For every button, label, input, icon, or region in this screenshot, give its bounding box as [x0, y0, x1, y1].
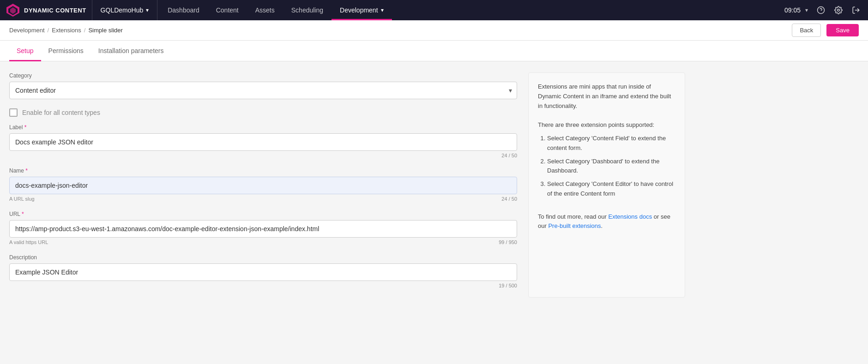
extensions-docs-link[interactable]: Extensions docs: [608, 213, 652, 220]
name-input[interactable]: [9, 177, 517, 194]
development-chevron-icon: ▾: [381, 7, 384, 13]
description-hint: 19 / 500: [9, 283, 517, 288]
nav-item-dashboard[interactable]: Dashboard: [159, 0, 208, 20]
help-point-3: Select Category 'Content Editor' to have…: [547, 179, 675, 199]
url-char-count: 99 / 950: [499, 239, 517, 245]
label-field-group: Label * 24 / 50: [9, 124, 517, 158]
back-button[interactable]: Back: [792, 24, 821, 37]
nav-right: 09:05 ▾: [784, 2, 868, 18]
help-point-1: Select Category 'Content Field' to exten…: [547, 134, 675, 153]
logout-button[interactable]: [848, 2, 864, 18]
help-sidebar: Extensions are mini apps that run inside…: [528, 72, 685, 298]
settings-button[interactable]: [830, 2, 847, 18]
nav-item-development[interactable]: Development ▾: [332, 0, 392, 20]
name-field-group: Name * A URL slug 24 / 50: [9, 167, 517, 202]
nav-item-assets[interactable]: Assets: [247, 0, 283, 20]
nav-item-content[interactable]: Content: [208, 0, 247, 20]
logout-icon: [852, 6, 860, 14]
hub-selector[interactable]: GQLDemoHub ▾: [94, 0, 156, 20]
description-field-group: Description 19 / 500: [9, 254, 517, 288]
url-input[interactable]: [9, 220, 517, 238]
time-chevron-icon: ▾: [805, 7, 808, 13]
tabs-bar: Setup Permissions Installation parameter…: [0, 41, 868, 61]
description-char-count: 19 / 500: [499, 283, 517, 288]
label-input[interactable]: [9, 133, 517, 151]
url-field-label: URL *: [9, 211, 517, 217]
help-intro: Extensions are mini apps that run inside…: [538, 82, 675, 111]
breadcrumb-current: Simple slider: [88, 27, 122, 34]
label-char-count: 24 / 50: [501, 153, 517, 158]
label-field-label: Label *: [9, 124, 517, 131]
name-hint: A URL slug 24 / 50: [9, 196, 517, 202]
nav-item-scheduling[interactable]: Scheduling: [283, 0, 332, 20]
nav-divider-2: [157, 0, 157, 20]
breadcrumb-actions: Back Save: [792, 24, 859, 37]
nav-time: 09:05: [784, 6, 801, 14]
breadcrumb-extensions[interactable]: Extensions: [52, 27, 81, 34]
top-navigation: DYNAMIC CONTENT GQLDemoHub ▾ Dashboard C…: [0, 0, 868, 20]
name-char-count: 24 / 50: [501, 196, 517, 202]
url-field-group: URL * A valid https URL 99 / 950: [9, 211, 517, 245]
tab-permissions[interactable]: Permissions: [41, 41, 91, 61]
help-icon: [817, 6, 825, 14]
category-label: Category: [9, 72, 517, 79]
main-content: Category Content editor Content Field Da…: [0, 61, 868, 309]
svg-point-5: [838, 9, 840, 12]
enable-checkbox-row[interactable]: Enable for all content types: [9, 108, 517, 117]
tab-installation-parameters[interactable]: Installation parameters: [91, 41, 171, 61]
hub-chevron-icon: ▾: [146, 7, 149, 13]
category-field-group: Category Content editor Content Field Da…: [9, 72, 517, 99]
breadcrumb-development[interactable]: Development: [9, 27, 45, 34]
enable-checkbox-label: Enable for all content types: [22, 109, 100, 116]
breadcrumb-bar: Development / Extensions / Simple slider…: [0, 20, 868, 41]
form-area: Category Content editor Content Field Da…: [9, 72, 517, 298]
help-outro: To find out more, read our Extensions do…: [538, 212, 675, 232]
logo-icon: [6, 3, 20, 18]
help-button[interactable]: [813, 2, 829, 18]
url-hint: A valid https URL 99 / 950: [9, 239, 517, 245]
label-required-marker: *: [24, 124, 27, 131]
help-points-list: Select Category 'Content Field' to exten…: [538, 134, 675, 199]
nav-items: Dashboard Content Assets Scheduling Deve…: [159, 0, 784, 20]
description-field-label: Description: [9, 254, 517, 261]
name-field-label: Name *: [9, 167, 517, 174]
name-hint-text: A URL slug: [9, 196, 35, 202]
url-required-marker: *: [22, 211, 24, 217]
nav-divider: [92, 0, 92, 20]
prebuilt-extensions-link[interactable]: Pre-built extensions: [548, 222, 601, 229]
breadcrumb-sep-2: /: [84, 27, 86, 34]
category-select-wrapper: Content editor Content Field Dashboard ▾: [9, 82, 517, 99]
tab-setup[interactable]: Setup: [9, 41, 41, 61]
hub-name: GQLDemoHub: [101, 6, 144, 14]
url-hint-text: A valid https URL: [9, 239, 48, 245]
save-button[interactable]: Save: [826, 24, 859, 36]
settings-icon: [834, 6, 843, 14]
category-select[interactable]: Content editor Content Field Dashboard: [10, 82, 517, 99]
help-points-header: There are three extension points support…: [538, 120, 675, 130]
label-hint: 24 / 50: [9, 153, 517, 158]
breadcrumb: Development / Extensions / Simple slider: [9, 27, 123, 34]
description-input[interactable]: [9, 263, 517, 281]
help-point-2: Select Category 'Dashboard' to extend th…: [547, 157, 675, 176]
logo-area: DYNAMIC CONTENT: [6, 3, 86, 18]
name-required-marker: *: [25, 167, 28, 174]
app-name: DYNAMIC CONTENT: [24, 7, 86, 14]
breadcrumb-sep-1: /: [48, 27, 49, 34]
enable-checkbox[interactable]: [9, 108, 18, 117]
